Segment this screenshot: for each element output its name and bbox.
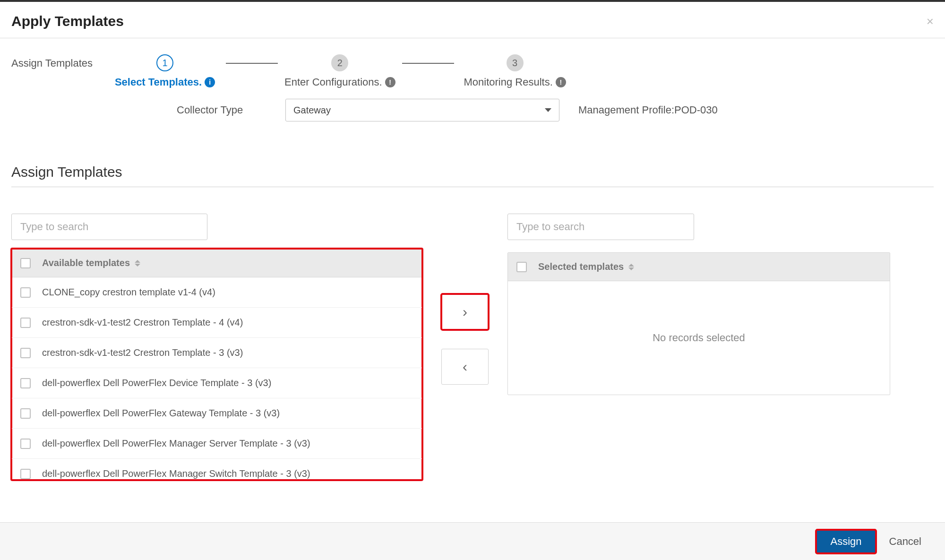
- available-templates-grid: Available templates CLONE_copy crestron …: [11, 249, 422, 480]
- step-label-2: Enter Configurations. !: [284, 76, 395, 88]
- cancel-button[interactable]: Cancel: [889, 535, 921, 548]
- transfer-buttons: › ‹: [441, 214, 489, 385]
- chevron-left-icon: ‹: [463, 359, 467, 375]
- close-icon[interactable]: ×: [927, 14, 934, 29]
- available-search-input[interactable]: [11, 214, 207, 240]
- selected-grid-header: Selected templates: [508, 253, 890, 281]
- modal-footer: Assign Cancel: [0, 522, 945, 560]
- collector-row: Collector Type Gateway Management Profil…: [11, 88, 934, 121]
- available-header-label[interactable]: Available templates: [42, 258, 140, 268]
- template-name: dell-powerflex Dell PowerFlex Manager Sw…: [42, 468, 310, 479]
- step-label-1: Select Templates. i: [115, 76, 215, 88]
- template-row[interactable]: crestron-sdk-v1-test2 Crestron Template …: [12, 338, 422, 368]
- step-number-1: 1: [156, 54, 173, 71]
- template-checkbox[interactable]: [20, 378, 31, 388]
- template-row[interactable]: dell-powerflex Dell PowerFlex Device Tem…: [12, 368, 422, 398]
- template-name: CLONE_copy crestron template v1-4 (v4): [42, 287, 215, 298]
- step-enter-configurations[interactable]: 2 Enter Configurations. !: [284, 54, 395, 88]
- step-number-2: 2: [331, 54, 348, 71]
- collector-type-label: Collector Type: [11, 104, 285, 116]
- template-checkbox[interactable]: [20, 408, 31, 419]
- collector-type-value: Gateway: [293, 105, 331, 116]
- management-profile-label: Management Profile:POD-030: [578, 104, 718, 116]
- template-row[interactable]: crestron-sdk-v1-test2 Crestron Template …: [12, 308, 422, 338]
- collector-type-select[interactable]: Gateway: [285, 99, 559, 121]
- modal-header: Apply Templates ×: [0, 2, 945, 38]
- wizard-label: Assign Templates: [11, 54, 111, 69]
- selected-templates-grid: Selected templates No records selected: [507, 252, 890, 395]
- modal-body: Assign Templates 1 Select Templates. i 2…: [0, 38, 945, 522]
- select-all-available-checkbox[interactable]: [20, 258, 31, 268]
- template-row[interactable]: dell-powerflex Dell PowerFlex Manager Sw…: [12, 459, 422, 480]
- template-name: dell-powerflex Dell PowerFlex Device Tem…: [42, 378, 271, 388]
- step-select-templates[interactable]: 1 Select Templates. i: [111, 54, 219, 88]
- select-all-selected-checkbox[interactable]: [516, 262, 527, 272]
- template-checkbox[interactable]: [20, 318, 31, 328]
- step-connector: [226, 63, 278, 64]
- template-name: crestron-sdk-v1-test2 Crestron Template …: [42, 317, 243, 328]
- template-checkbox[interactable]: [20, 469, 31, 479]
- step-label-3: Monitoring Results. !: [464, 76, 566, 88]
- selected-search-input[interactable]: [507, 214, 694, 240]
- alert-icon: !: [385, 77, 395, 87]
- assign-templates-section-title: Assign Templates: [11, 164, 934, 187]
- chevron-down-icon: [545, 108, 551, 112]
- step-monitoring-results[interactable]: 3 Monitoring Results. !: [461, 54, 569, 88]
- wizard-steps: 1 Select Templates. i 2 Enter Configurat…: [111, 54, 569, 88]
- template-checkbox[interactable]: [20, 348, 31, 358]
- info-icon: i: [205, 77, 215, 87]
- sort-icon: [135, 260, 140, 267]
- apply-templates-modal: Apply Templates × Assign Templates 1 Sel…: [0, 0, 945, 560]
- available-templates-column: Available templates CLONE_copy crestron …: [11, 214, 422, 480]
- alert-icon: !: [556, 77, 566, 87]
- template-name: crestron-sdk-v1-test2 Crestron Template …: [42, 347, 243, 358]
- selected-header-label[interactable]: Selected templates: [538, 261, 634, 272]
- available-grid-body[interactable]: CLONE_copy crestron template v1-4 (v4)cr…: [12, 277, 422, 480]
- selected-empty-state: No records selected: [508, 281, 890, 395]
- template-checkbox[interactable]: [20, 287, 31, 298]
- modal-title: Apply Templates: [11, 13, 124, 29]
- assign-button[interactable]: Assign: [816, 530, 876, 553]
- move-left-button[interactable]: ‹: [441, 349, 489, 385]
- template-name: dell-powerflex Dell PowerFlex Manager Se…: [42, 438, 310, 449]
- step-number-3: 3: [507, 54, 524, 71]
- sort-icon: [628, 264, 634, 270]
- dual-listbox: Available templates CLONE_copy crestron …: [11, 214, 934, 522]
- available-grid-header: Available templates: [12, 249, 422, 277]
- step-connector: [402, 63, 454, 64]
- template-row[interactable]: dell-powerflex Dell PowerFlex Gateway Te…: [12, 398, 422, 429]
- wizard-row: Assign Templates 1 Select Templates. i 2…: [11, 38, 934, 88]
- move-right-button[interactable]: ›: [441, 294, 489, 330]
- template-row[interactable]: CLONE_copy crestron template v1-4 (v4): [12, 277, 422, 308]
- selected-templates-column: Selected templates No records selected: [507, 214, 890, 395]
- template-name: dell-powerflex Dell PowerFlex Gateway Te…: [42, 408, 280, 419]
- chevron-right-icon: ›: [463, 304, 467, 320]
- template-row[interactable]: dell-powerflex Dell PowerFlex Manager Se…: [12, 429, 422, 459]
- template-checkbox[interactable]: [20, 439, 31, 449]
